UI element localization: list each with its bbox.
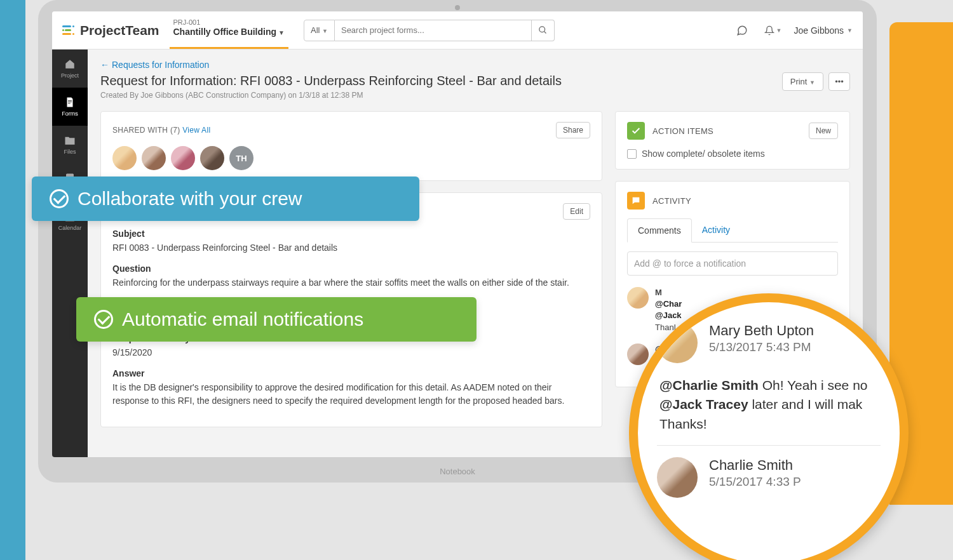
answer-value: It is the DB designer's responsibility t… <box>112 381 590 408</box>
comment-input[interactable]: Add @ to force a notification <box>627 251 838 276</box>
callout-notifications: Automatic email notifications <box>76 297 476 342</box>
comment-author: Mary Beth Upton <box>709 323 814 339</box>
search-button[interactable] <box>532 20 555 41</box>
app-logo[interactable]: ProjectTeam <box>62 23 159 38</box>
tab-comments[interactable]: Comments <box>627 218 692 243</box>
action-items-title: ACTION ITEMS <box>652 126 713 136</box>
show-complete-checkbox[interactable] <box>627 149 637 159</box>
new-action-item-button[interactable]: New <box>809 123 838 139</box>
bell-icon[interactable]: ▼ <box>763 21 782 40</box>
activity-title: ACTIVITY <box>652 196 691 206</box>
avatar[interactable] <box>112 146 137 170</box>
search-icon <box>538 25 548 35</box>
avatar[interactable] <box>200 146 224 170</box>
action-items-card: ACTION ITEMS New Show complete/ obsolete… <box>615 111 850 170</box>
callout-collaborate: Collaborate with your crew <box>32 177 419 221</box>
project-picker[interactable]: PRJ-001 Chantilly Office Building▼ <box>170 12 288 49</box>
subject-label: Subject <box>112 229 590 239</box>
comment-icon <box>627 192 645 210</box>
page-meta: Created By Joe Gibbons (ABC Construction… <box>100 91 774 100</box>
search-input[interactable] <box>335 20 532 41</box>
project-code: PRJ-001 <box>173 18 285 26</box>
view-all-link[interactable]: View All <box>182 126 210 135</box>
more-actions-button[interactable]: ••• <box>828 72 850 91</box>
arrow-left-icon: ← <box>100 60 109 70</box>
sidebar-item-forms[interactable]: Forms <box>52 88 88 126</box>
comment-author: Charlie Smith <box>709 457 801 474</box>
question-label: Question <box>112 263 590 274</box>
responsible-value: 9/15/2020 <box>112 346 590 359</box>
device-label: Notebook <box>440 467 475 476</box>
shared-with-card: SHARED WITH (7) View All Share TH <box>100 111 602 181</box>
user-menu[interactable]: Joe Gibbons▼ <box>794 25 853 36</box>
answer-label: Answer <box>112 368 590 378</box>
show-complete-label: Show complete/ obsolete items <box>642 149 765 159</box>
share-button[interactable]: Share <box>556 122 590 138</box>
sidebar-item-files[interactable]: Files <box>52 126 88 164</box>
print-button[interactable]: Print ▼ <box>782 72 823 91</box>
avatar <box>657 457 698 498</box>
check-icon <box>627 122 645 140</box>
subject-value: RFI 0083 - Underpass Reinforcing Steel -… <box>112 241 590 255</box>
logo-icon <box>62 24 75 37</box>
tab-activity[interactable]: Activity <box>692 218 740 242</box>
page-title: Request for Information: RFI 0083 - Unde… <box>100 74 774 88</box>
avatar[interactable] <box>142 146 166 170</box>
svg-point-0 <box>539 27 545 32</box>
mention: @Jack Tracey <box>659 397 748 411</box>
back-link[interactable]: ← Requests for Information <box>100 60 850 70</box>
mention: @Charlie Smith <box>659 378 759 392</box>
zoom-lens: Mary Beth Upton 5/13/2017 5:43 PM @Charl… <box>629 293 909 560</box>
svg-line-1 <box>544 31 546 33</box>
chevron-down-icon: ▼ <box>278 29 285 36</box>
avatar <box>627 343 649 365</box>
sidebar-item-project[interactable]: Project <box>52 50 88 88</box>
avatar[interactable]: TH <box>229 146 253 170</box>
edit-button[interactable]: Edit <box>563 203 590 220</box>
check-circle-icon <box>94 310 113 329</box>
check-circle-icon <box>50 189 69 208</box>
chat-icon[interactable] <box>733 21 752 40</box>
question-value: Reinforcing for the underpass stairways … <box>112 276 590 290</box>
search-filter-button[interactable]: All ▼ <box>304 20 335 41</box>
user-label: Joe Gibbons <box>794 25 844 36</box>
brand-name: ProjectTeam <box>80 23 159 38</box>
avatar <box>627 287 649 309</box>
comment-date: 5/15/2017 4:33 P <box>709 475 801 489</box>
project-name: Chantilly Office Building <box>173 27 277 37</box>
avatar[interactable] <box>171 146 195 170</box>
comment-date: 5/13/2017 5:43 PM <box>709 340 814 354</box>
